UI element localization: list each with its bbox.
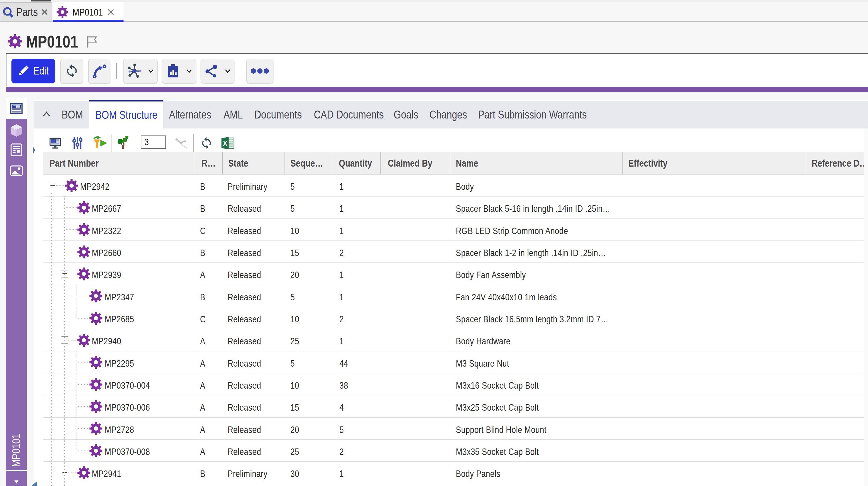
- svg-text:X: X: [223, 140, 228, 147]
